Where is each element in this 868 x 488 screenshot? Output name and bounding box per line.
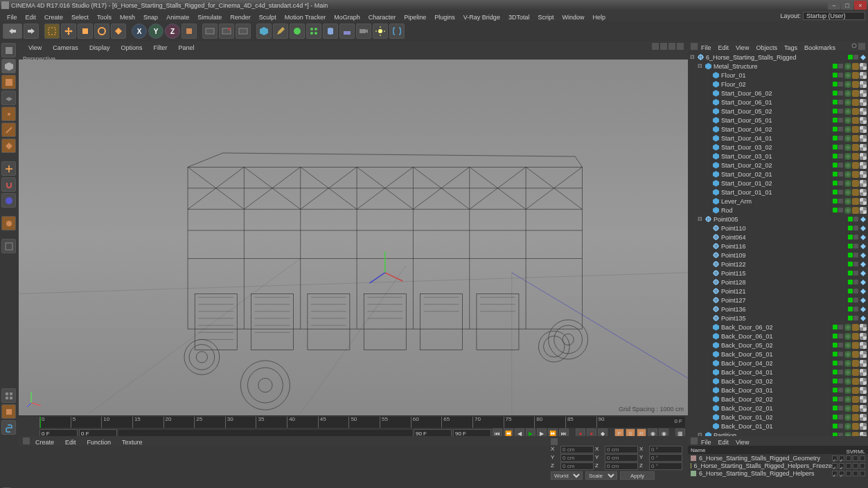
object-item[interactable]: Floor_01: [689, 71, 867, 80]
material-tag-icon[interactable]: [852, 81, 859, 88]
soft-select-button[interactable]: [1, 193, 16, 208]
visibility-editor-dot[interactable]: [833, 163, 838, 168]
phong-tag-icon[interactable]: [844, 135, 851, 142]
visibility-render-dot[interactable]: [853, 271, 858, 275]
uvw-tag-icon[interactable]: [860, 351, 867, 358]
viewport-menu-panel[interactable]: Panel: [172, 44, 200, 51]
uvw-tag-icon[interactable]: [860, 81, 867, 88]
visibility-render-dot[interactable]: [838, 388, 843, 392]
coord-x-rot[interactable]: [649, 446, 682, 453]
expand-icon[interactable]: [705, 135, 711, 141]
material-menu-function[interactable]: Function: [82, 439, 117, 446]
visibility-render-dot[interactable]: [838, 370, 843, 374]
panel-grip-icon[interactable]: [691, 43, 698, 50]
camera-button[interactable]: [356, 24, 371, 39]
layer-color-icon[interactable]: [691, 455, 696, 461]
object-item[interactable]: Start_Door_05_02: [689, 107, 867, 116]
layer-check[interactable]: [853, 455, 858, 461]
visibility-render-dot[interactable]: [838, 190, 843, 195]
object-item[interactable]: Start_Door_04_02: [689, 125, 867, 134]
phong-tag-icon[interactable]: [844, 360, 851, 367]
object-item[interactable]: Point128: [689, 278, 867, 287]
material-tag-icon[interactable]: [852, 333, 859, 340]
layer-check[interactable]: [846, 471, 851, 476]
null-tag-icon[interactable]: [860, 297, 867, 304]
texture-mode-button[interactable]: [1, 75, 16, 89]
null-tag-icon[interactable]: [860, 306, 867, 313]
menu-mograph[interactable]: MoGraph: [330, 14, 364, 21]
object-item[interactable]: Back_Door_01_02: [689, 413, 867, 422]
visibility-editor-dot[interactable]: [848, 262, 853, 266]
phong-tag-icon[interactable]: [844, 324, 851, 331]
visibility-render-dot[interactable]: [853, 226, 858, 231]
expand-icon[interactable]: [705, 72, 711, 78]
uvw-tag-icon[interactable]: [860, 207, 867, 214]
visibility-render-dot[interactable]: [853, 244, 858, 248]
material-tag-icon[interactable]: [852, 171, 859, 178]
uvw-tag-icon[interactable]: [860, 405, 867, 412]
visibility-render-dot[interactable]: [838, 361, 843, 365]
visibility-render-dot[interactable]: [853, 217, 858, 222]
viewport-solo-button[interactable]: [1, 239, 16, 253]
light-button[interactable]: [373, 24, 388, 39]
coord-z-pos[interactable]: [560, 462, 594, 470]
expand-icon[interactable]: [705, 207, 711, 213]
object-item[interactable]: Point110: [689, 224, 867, 233]
model-mode-button[interactable]: [1, 59, 16, 73]
visibility-render-dot[interactable]: [838, 352, 843, 356]
menu-create[interactable]: Create: [40, 14, 67, 21]
visibility-editor-dot[interactable]: [833, 415, 838, 419]
material-tag-icon[interactable]: [852, 360, 859, 367]
minimize-button[interactable]: −: [828, 1, 840, 10]
visibility-editor-dot[interactable]: [833, 406, 838, 410]
tweak-button[interactable]: [1, 216, 16, 231]
expand-icon[interactable]: [705, 225, 711, 231]
rotate-tool[interactable]: [94, 24, 109, 39]
expand-icon[interactable]: [705, 81, 711, 87]
uvw-tag-icon[interactable]: [860, 396, 867, 403]
expand-icon[interactable]: [705, 189, 711, 195]
object-item[interactable]: ⊟6_Horse_Starting_Stalls_Rigged: [689, 53, 867, 62]
material-tag-icon[interactable]: [852, 72, 859, 79]
object-item[interactable]: Back_Door_03_01: [689, 386, 867, 395]
material-tag-icon[interactable]: [852, 144, 859, 151]
menu-v-ray-bridge[interactable]: V-Ray Bridge: [459, 14, 504, 21]
phong-tag-icon[interactable]: [844, 189, 851, 196]
object-item[interactable]: Start_Door_01_01: [689, 188, 867, 197]
phong-tag-icon[interactable]: [844, 180, 851, 187]
uvw-tag-icon[interactable]: [860, 414, 867, 421]
redo-button[interactable]: [24, 24, 39, 39]
expand-icon[interactable]: [705, 360, 711, 366]
filter-button[interactable]: [1, 388, 16, 403]
visibility-render-dot[interactable]: [853, 253, 858, 257]
visibility-editor-dot[interactable]: [833, 325, 838, 329]
phong-tag-icon[interactable]: [844, 333, 851, 340]
layer-check[interactable]: [846, 455, 851, 461]
uvw-tag-icon[interactable]: [860, 171, 867, 178]
pen-tool-button[interactable]: [273, 24, 288, 39]
visibility-render-dot[interactable]: [853, 262, 858, 266]
material-tag-icon[interactable]: [852, 414, 859, 421]
expand-icon[interactable]: [705, 306, 711, 312]
menu-script[interactable]: Script: [533, 14, 558, 21]
visibility-render-dot[interactable]: [853, 289, 858, 293]
object-item[interactable]: Back_Door_05_01: [689, 350, 867, 359]
material-tag-icon[interactable]: [852, 180, 859, 187]
phong-tag-icon[interactable]: [844, 396, 851, 403]
uvw-tag-icon[interactable]: [860, 324, 867, 331]
menu-help[interactable]: Help: [588, 14, 610, 21]
menu-motion-tracker[interactable]: Motion Tracker: [281, 14, 330, 21]
viewport-nav-icon[interactable]: [668, 43, 675, 50]
layer-check[interactable]: [839, 463, 844, 469]
layer-check[interactable]: [853, 471, 858, 476]
visibility-render-dot[interactable]: [838, 100, 843, 105]
coord-y-pos[interactable]: [560, 454, 594, 462]
null-tag-icon[interactable]: [860, 315, 867, 322]
object-tree[interactable]: ⊟6_Horse_Starting_Stalls_Rigged⊟Metal_St…: [688, 51, 868, 436]
visibility-editor-dot[interactable]: [833, 361, 838, 365]
null-tag-icon[interactable]: [860, 270, 867, 277]
visibility-render-dot[interactable]: [853, 316, 858, 320]
uvw-tag-icon[interactable]: [860, 144, 867, 151]
null-tag-icon[interactable]: [860, 279, 867, 286]
visibility-editor-dot[interactable]: [848, 226, 853, 231]
